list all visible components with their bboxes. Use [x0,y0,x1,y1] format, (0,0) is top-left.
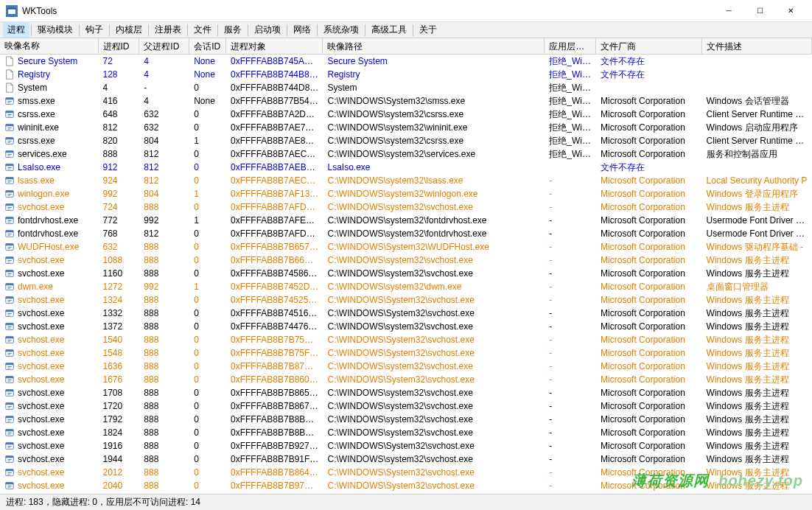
table-row[interactable]: services.exe88881200xFFFFAB8B7AEC1180C:\… [0,147,812,161]
table-row[interactable]: svchost.exe133288800xFFFFAB8B74516080C:\… [0,307,812,320]
table-row[interactable]: Secure System724None0xFFFFAB8B745AA080Se… [0,55,812,68]
cell-object: 0xFFFFAB8B7B8B6080 [226,413,323,425]
table-row[interactable]: svchost.exe202088800xFFFFAB8B7B9BA080C:\… [0,492,812,494]
menu-item-8[interactable]: 网络 [289,22,315,38]
menu-item-6[interactable]: 服务 [220,22,246,38]
table-row[interactable]: fontdrvhost.exe77299210xFFFFAB8B7AFE3080… [0,214,812,227]
cell-vendor: Microsoft Corporation [596,188,701,200]
menu-item-3[interactable]: 内核层 [111,22,147,38]
table-row[interactable]: svchost.exe191688800xFFFFAB8B7B927080C:\… [0,439,812,453]
column-header[interactable]: 映像路径 [323,38,545,54]
table-row[interactable]: svchost.exe72488800xFFFFAB8B7AFDD080C:\W… [0,200,812,214]
cell-path: C:\WINDOWS\system32\svchost.exe [323,413,545,425]
table-row[interactable]: Registry1284None0xFFFFAB8B744B8080Regist… [0,68,812,81]
cell-pid: 416 [99,95,140,107]
table-row[interactable]: svchost.exe154888800xFFFFAB8B7B75F080C:\… [0,346,812,360]
cell-access: - [545,175,596,186]
column-header[interactable]: 父进程ID [139,38,189,54]
menu-item-4[interactable]: 注册表 [150,22,186,38]
process-name: svchost.exe [18,295,64,305]
menu-item-7[interactable]: 启动项 [250,22,285,38]
column-header[interactable]: 会话ID [189,38,226,54]
cell-path: C:\WINDOWS\system32\lsass.exe [323,175,545,186]
maximize-button[interactable]: ☐ [744,0,775,22]
table-row[interactable]: svchost.exe179288800xFFFFAB8B7B8B6080C:\… [0,413,812,426]
menu-item-9[interactable]: 系统杂项 [319,22,363,38]
svg-rect-108 [7,446,11,447]
cell-path: C:\WINDOWS\system32\svchost.exe [323,387,545,399]
cell-vendor: Microsoft Corporation [596,268,701,279]
process-name: fontdrvhost.exe [18,228,78,239]
table-row[interactable]: svchost.exe170888800xFFFFAB8B7B865080C:\… [0,386,812,399]
menu-item-11[interactable]: 关于 [415,22,441,38]
table-row[interactable]: svchost.exe182488800xFFFFAB8B7B8B5080C:\… [0,426,812,439]
minimize-button[interactable]: ─ [713,0,744,22]
cell-desc: Windows 服务主进程 [702,386,812,400]
table-row[interactable]: svchost.exe172088800xFFFFAB8B7B867080C:\… [0,399,812,413]
svg-rect-56 [7,273,11,274]
cell-path: C:\WINDOWS\System32\svchost.exe [323,440,545,452]
table-row[interactable]: svchost.exe163688800xFFFFAB8B7B87E0C0C:\… [0,360,812,373]
table-row[interactable]: svchost.exe201288800xFFFFAB8B7B864080C:\… [0,466,812,479]
cell-sid: 0 [189,347,226,359]
column-header[interactable]: 进程ID [99,38,140,54]
cell-desc: Windows 服务主进程 [702,320,812,334]
svg-rect-1 [8,7,16,9]
column-header[interactable]: 进程对象 [226,38,323,54]
menu-separator [148,24,149,36]
cell-desc: Usermode Font Driver Hos [702,214,812,226]
cell-pid: 768 [99,228,140,240]
cell-vendor: Microsoft Corporation [596,254,701,266]
table-row[interactable]: svchost.exe154088800xFFFFAB8B7B75B080C:\… [0,333,812,346]
menu-item-2[interactable]: 钩子 [81,22,108,38]
cell-path: C:\WINDOWS\system32\csrss.exe [323,108,545,120]
svg-rect-113 [7,461,10,461]
cell-object: 0xFFFFAB8B7B867080 [226,400,323,412]
column-header[interactable]: 应用层访问 [545,38,596,54]
cell-desc: Windows 服务主进程 [702,200,812,214]
cell-pid: 1676 [99,374,140,385]
svg-rect-100 [7,419,11,420]
table-row[interactable]: winlogon.exe99280410xFFFFAB8B7AF130C0C:\… [0,187,812,200]
cell-ppid: 888 [139,254,189,266]
cell-vendor [596,87,701,88]
table-row[interactable]: fontdrvhost.exe76881200xFFFFAB8B7AFDC080… [0,227,812,240]
table-row[interactable]: smss.exe4164None0xFFFFAB8B77B54040C:\WIN… [0,94,812,108]
table-row[interactable]: svchost.exe116088800xFFFFAB8B74586080C:\… [0,267,812,280]
menu-item-1[interactable]: 驱动模块 [33,22,77,38]
table-row[interactable]: wininit.exe81263200xFFFFAB8B7AE780C0C:\W… [0,121,812,134]
column-header[interactable]: 文件描述 [702,38,812,54]
menu-item-10[interactable]: 高级工具 [367,22,411,38]
menu-item-0[interactable]: 进程 [3,22,29,38]
table-row[interactable]: svchost.exe137288800xFFFFAB8B74476080C:\… [0,320,812,333]
exe-icon [4,122,15,133]
process-name: services.exe [18,149,67,159]
table-row[interactable]: csrss.exe64863200xFFFFAB8B7A2D8140C:\WIN… [0,108,812,121]
column-header[interactable]: 文件厂商 [596,38,701,54]
app-icon [6,5,18,17]
table-row[interactable]: lsass.exe92481200xFFFFAB8B7AEC5080C:\WIN… [0,174,812,187]
table-row[interactable]: WUDFHost.exe63288800xFFFFAB8B7B657240C:\… [0,240,812,254]
table-row[interactable]: LsaIso.exe91281200xFFFFAB8B7AEBB0C0LsaIs… [0,161,812,174]
cell-access: - [545,467,596,478]
table-row[interactable]: csrss.exe82080410xFFFFAB8B7AE80140C:\WIN… [0,134,812,147]
exe-icon [4,189,15,199]
svg-rect-15 [6,138,14,140]
process-name: svchost.exe [18,374,64,385]
table-row[interactable]: svchost.exe204088800xFFFFAB8B7B97E080C:\… [0,479,812,492]
cell-desc: Windows 服务主进程 [702,373,812,387]
table-row[interactable]: svchost.exe167688800xFFFFAB8B7B860080C:\… [0,373,812,386]
process-table[interactable]: 映像名称进程ID父进程ID会话ID进程对象映像路径应用层访问文件厂商文件描述 S… [0,38,812,494]
table-row[interactable]: svchost.exe108888800xFFFFAB8B7B66D240C:\… [0,254,812,267]
close-button[interactable]: ✕ [775,0,806,22]
menu-item-5[interactable]: 文件 [189,22,216,38]
table-row[interactable]: System4-00xFFFFAB8B744D8080System拒绝_Win.… [0,81,812,94]
table-row[interactable]: dwm.exe127299210xFFFFAB8B7452D080C:\WIND… [0,280,812,293]
table-row[interactable]: svchost.exe132488800xFFFFAB8B74525080C:\… [0,293,812,307]
menu-separator [317,24,318,36]
status-bar: 进程: 183，隐藏进程: 0，应用层不可访问进程: 14 [0,494,812,510]
process-name: svchost.exe [18,401,64,411]
cell-pid: 72 [99,55,140,67]
table-row[interactable]: svchost.exe194488800xFFFFAB8B7B91F080C:\… [0,453,812,466]
column-header[interactable]: 映像名称 [0,38,99,54]
